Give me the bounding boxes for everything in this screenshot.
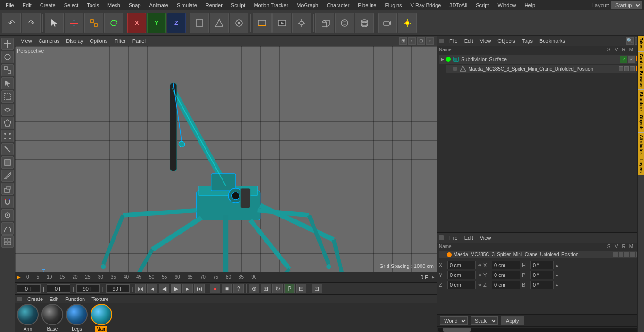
menu-mograph[interactable]: MoGraph [293,1,322,9]
menu-script[interactable]: Script [472,1,493,9]
axis-z-button[interactable]: Z [167,13,186,33]
vp-menu-display[interactable]: Display [63,37,86,45]
light-button[interactable] [398,13,417,33]
record-button[interactable]: ● [210,284,220,293]
layout-dropdown[interactable]: Startup [611,1,642,9]
material-main[interactable]: Main [91,304,112,332]
scale-dropdown[interactable]: Scale [471,316,498,325]
vp-menu-cameras[interactable]: Cameras [36,37,63,45]
menu-render[interactable]: Render [202,1,226,9]
vtab-structure[interactable]: Structure [638,90,644,113]
obj-menu-file[interactable]: File [446,37,461,45]
mat-menu-function[interactable]: Function [62,295,88,303]
sidebar-btn-8[interactable] [1,130,14,142]
vtab-content-browser[interactable]: Content Browser [638,52,644,90]
material-base[interactable]: Base [41,304,63,332]
play-forward-button[interactable]: ▶ [171,284,181,293]
viewport[interactable]: Perspective [15,46,437,272]
menu-create[interactable]: Create [36,1,59,9]
h-field[interactable] [530,261,554,269]
sidebar-btn-9[interactable] [1,143,14,155]
obj-row-subdivision[interactable]: ▶ Subdivision Surface ✓ ✓ [439,55,642,64]
goto-end-button[interactable]: ⏭ [194,284,205,293]
obj-menu-tags[interactable]: Tags [519,37,536,45]
model-mode-button[interactable] [210,13,229,33]
vp-icon-1[interactable]: ⊞ [399,37,407,45]
x2-field[interactable] [492,261,520,269]
menu-mesh[interactable]: Mesh [104,1,124,9]
camera-button[interactable] [378,13,397,33]
obj-menu-bookmarks[interactable]: Bookmarks [537,37,568,45]
motion-clip-button[interactable]: ⊡ [312,284,322,293]
menu-simulate[interactable]: Simulate [173,1,201,9]
sidebar-btn-1[interactable] [1,38,14,50]
scale-button[interactable] [84,13,103,33]
menu-window[interactable]: Window [494,1,520,9]
axis-y-button[interactable]: Y [147,13,166,33]
select-mode-button[interactable] [45,13,64,33]
step-forward-button[interactable]: ▸ [182,284,193,293]
axis-x-button[interactable]: X [127,13,146,33]
help-button[interactable]: ? [233,284,244,293]
obj-search-icon[interactable]: 🔍 [626,37,634,45]
obj-menu-edit[interactable]: Edit [462,37,476,45]
loop-button[interactable]: ↻ [272,284,283,293]
menu-file[interactable]: File [2,1,18,9]
start-frame-field[interactable] [17,284,41,293]
sidebar-btn-15[interactable] [1,222,14,235]
anim-path-button[interactable]: ⊞ [261,284,271,293]
vp-menu-options[interactable]: Options [87,37,110,45]
redo-button[interactable]: ↷ [22,13,41,33]
menu-pipeline[interactable]: Pipeline [354,1,380,9]
sidebar-btn-7[interactable] [1,117,14,129]
preview-end-field[interactable] [76,284,100,293]
menu-sculpt[interactable]: Sculpt [227,1,249,9]
attr-menu-edit[interactable]: Edit [462,234,476,242]
sidebar-btn-10[interactable] [1,156,14,169]
render-view-button[interactable] [253,13,272,33]
y-pos-field[interactable] [447,271,476,279]
autokey-button[interactable]: P [284,284,295,293]
attr-menu-view[interactable]: View [477,234,494,242]
x-pos-field[interactable] [447,261,476,269]
menu-snap[interactable]: Snap [125,1,145,9]
menu-select[interactable]: Select [60,1,83,9]
attr-menu-file[interactable]: File [446,234,461,242]
menu-edit[interactable]: Edit [19,1,35,9]
sidebar-btn-12[interactable] [1,183,14,195]
vtab-objects[interactable]: Objects [638,113,644,133]
mat-menu-edit[interactable]: Edit [47,295,61,303]
p-field[interactable] [530,271,554,279]
mat-menu-create[interactable]: Create [25,295,46,303]
y2-field[interactable] [492,271,520,279]
snap-toggle-button[interactable]: ⊕ [249,284,259,293]
obj-menu-view[interactable]: View [477,37,494,45]
menu-animate[interactable]: Animate [146,1,172,9]
cube-button[interactable] [315,13,334,33]
key-mode-button[interactable]: ⊟ [296,284,306,293]
sidebar-btn-6[interactable] [1,104,14,116]
sidebar-btn-13[interactable] [1,196,14,208]
vtab-attributes[interactable]: Attributes [638,133,644,157]
undo-button[interactable]: ↶ [2,13,21,33]
render-settings-button[interactable] [292,13,311,33]
cylinder-button[interactable] [355,13,374,33]
obj-menu-objects[interactable]: Objects [495,37,518,45]
sidebar-btn-16[interactable] [1,235,14,248]
menu-help[interactable]: Help [521,1,539,9]
object-mode-button[interactable] [190,13,209,33]
vtab-layers[interactable]: Layers [638,157,644,175]
obj-row-maeda[interactable]: └ Maeda_MC285C_3_Spider_Mini_Crane_Unfol… [446,65,642,73]
sidebar-btn-11[interactable] [1,170,14,182]
anim-mode-button[interactable] [230,13,248,33]
vp-icon-2[interactable]: ↔ [408,37,416,45]
play-reverse-button[interactable]: ◀ [159,284,169,293]
vp-menu-view[interactable]: View [18,37,35,45]
menu-tools[interactable]: Tools [83,1,103,9]
vtab-takes[interactable]: Takes [638,36,644,52]
z2-field[interactable] [492,281,520,289]
step-back-button[interactable]: ◂ [147,284,157,293]
sidebar-btn-3[interactable] [1,64,14,76]
sidebar-btn-4[interactable] [1,77,14,89]
rotate-button[interactable] [104,13,123,33]
